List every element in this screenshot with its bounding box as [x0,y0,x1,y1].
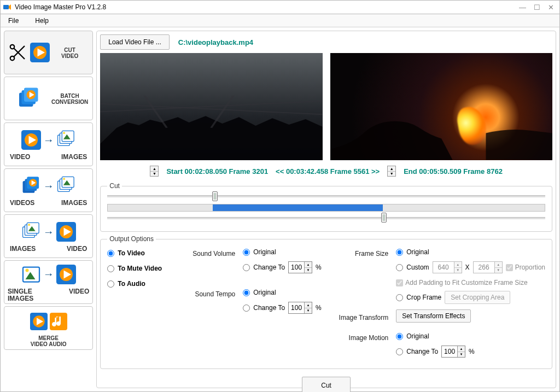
cut-button[interactable]: Cut [302,377,351,392]
sound-volume-label: Sound Volume [189,250,238,258]
end-spinner[interactable]: ▲▼ [387,166,396,177]
audio-icon [50,313,67,330]
svg-rect-0 [3,5,9,9]
batch-icon [18,87,40,110]
preview-start-frame [100,53,322,160]
output-fieldset: Output Options To Video To Mute Video To… [100,235,552,369]
sidebar-cut-label: CUT VIDEO [50,47,89,59]
close-button[interactable]: ✕ [548,3,554,11]
radio-to-video[interactable] [107,250,114,257]
radio-crop-frame[interactable] [396,294,403,301]
v2i-right-label: IMAGES [61,154,87,161]
sidebar-single-images-to-video[interactable]: → SINGLE IMAGES VIDEO [4,260,93,304]
scissors-icon [8,43,28,62]
to-audio-label: To Audio [118,280,145,288]
window-title: Video Image Master Pro V1.2.8 [15,3,519,11]
sidebar-merge-va[interactable]: MERGE VIDEO AUDIO [4,306,93,350]
radio-sv-original[interactable] [243,249,250,256]
svg-line-50 [100,101,322,112]
menu-file[interactable]: File [5,16,22,26]
i2v-left-label: IMAGES [10,245,36,253]
minimize-button[interactable]: — [519,3,526,11]
svg-point-3 [10,56,15,61]
videos-stack-icon [21,176,41,196]
radio-im-original[interactable] [396,333,403,340]
start-time-label: Start 00:02:08.050 Frame 3201 [166,167,268,175]
svg-point-31 [63,178,65,180]
to-video-label: To Video [118,249,145,257]
cut-end-handle[interactable] [381,213,387,223]
cut-start-handle[interactable] [212,191,218,201]
merge-label: MERGE VIDEO AUDIO [31,335,67,347]
frame-size-label: Frame Size [337,250,392,258]
start-spinner[interactable]: ▲▼ [150,166,159,177]
timeline-info: ▲▼ Start 00:02:08.050 Frame 3201 << 00:0… [97,163,556,179]
video-icon [56,265,76,284]
end-time-label: End 00:05:50.509 Frame 8762 [404,167,503,175]
sidebar-batch[interactable]: BATCH CONVERSION [4,77,93,120]
video-icon [21,130,41,150]
images-icon [56,130,76,150]
checkbox-proportion [506,264,513,271]
width-input[interactable]: ▲▼ [433,261,462,273]
arrow-right-icon: → [43,180,54,191]
sidebar-batch-label: BATCH CONVERSION [50,93,89,105]
radio-st-change[interactable] [243,305,250,312]
sv-value-input[interactable]: ▲▼ [288,261,312,273]
radio-im-change[interactable] [396,348,403,355]
set-transform-button[interactable]: Set Transform Effects [396,309,471,323]
sidebar: CUT VIDEO BATCH CONVERSION → VIDEO IMAGE… [4,31,93,388]
mid-time-label: << 00:03:42.458 Frame 5561 >> [276,167,380,175]
radio-fs-custom[interactable] [396,264,403,271]
im-value-input[interactable]: ▲▼ [441,346,465,358]
load-video-button[interactable]: Load Video File ... [100,34,170,50]
i2v-right-label: VIDEO [67,245,87,253]
images-icon [56,176,76,196]
si2v-right-label: VIDEO [69,288,89,302]
vs2i-right-label: IMAGES [61,200,87,207]
radio-fs-original[interactable] [396,249,403,256]
image-motion-label: Image Motion [337,334,392,342]
radio-sv-change[interactable] [243,264,250,271]
title-bar: Video Image Master Pro V1.2.8 — ☐ ✕ [0,0,560,14]
svg-point-42 [25,268,28,272]
svg-line-5 [14,46,25,57]
main-panel: Load Video File ... C:\videoplayback.mp4 [96,31,556,388]
arrow-right-icon: → [43,134,54,145]
file-path: C:\videoplayback.mp4 [178,38,253,46]
menu-help[interactable]: Help [32,16,52,26]
v2i-left-label: VIDEO [10,154,30,161]
sidebar-cut-video[interactable]: CUT VIDEO [4,31,93,74]
sidebar-images-to-video[interactable]: → IMAGES VIDEO [4,214,93,258]
maximize-button[interactable]: ☐ [534,3,540,11]
single-image-icon [21,265,41,284]
images-icon [21,222,41,242]
output-legend: Output Options [107,235,156,243]
svg-point-2 [10,45,15,49]
checkbox-padding [396,279,403,286]
svg-point-21 [63,132,65,134]
arrow-right-icon: → [43,269,54,280]
content-area: CUT VIDEO BATCH CONVERSION → VIDEO IMAGE… [0,27,560,392]
sidebar-videos-to-images[interactable]: → VIDEOS IMAGES [4,168,93,212]
svg-line-4 [14,49,25,60]
to-mute-label: To Mute Video [118,265,162,272]
video-icon [56,222,76,242]
svg-point-36 [28,224,30,226]
cut-fieldset: Cut [100,182,552,232]
menu-bar: File Help [0,14,560,27]
cut-legend: Cut [107,182,122,190]
radio-to-mute[interactable] [107,265,114,272]
st-value-input[interactable]: ▲▼ [288,302,312,314]
cut-range-bar[interactable] [107,204,545,212]
image-transform-label: Image Transform [337,314,392,321]
play-icon [30,43,50,62]
vs2i-left-label: VIDEOS [10,200,34,207]
arrow-right-icon: → [43,226,54,237]
radio-to-audio[interactable] [107,280,114,288]
svg-line-51 [100,104,322,115]
video-icon [30,313,48,330]
height-input[interactable]: ▲▼ [473,261,503,273]
sidebar-video-to-images[interactable]: → VIDEO IMAGES [4,122,93,166]
radio-st-original[interactable] [243,289,250,296]
